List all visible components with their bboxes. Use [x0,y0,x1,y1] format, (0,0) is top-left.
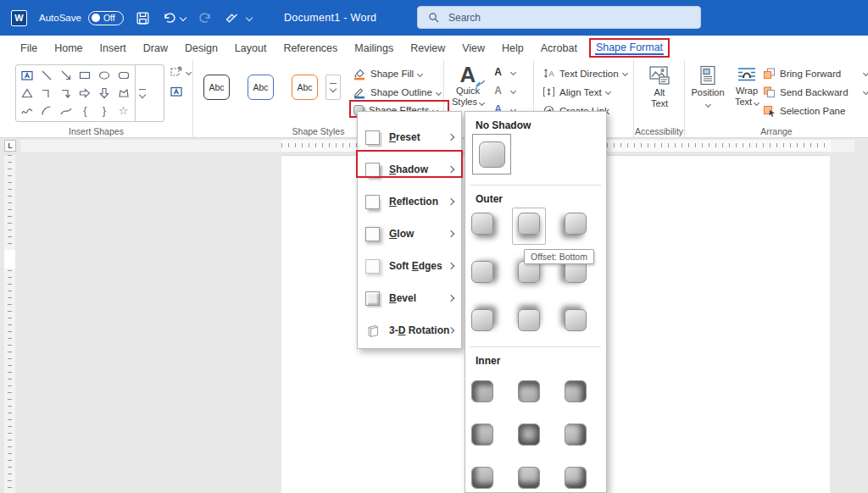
line-icon[interactable] [37,67,57,85]
undo-chevron-icon [180,14,186,21]
group-arrange: Position Wrap Text Bring Forward Send Ba… [685,60,868,138]
menu-item-reflection[interactable]: Reflection [358,186,461,218]
wrap-text-button[interactable]: Wrap Text [729,65,765,108]
text-outline-button[interactable]: A [492,86,515,96]
selection-pane-button[interactable]: Selection Pane [763,104,868,117]
alt-text-button[interactable]: Alt Text [641,65,678,109]
position-button[interactable]: Position [688,65,727,109]
glow-icon [365,227,380,241]
shape-outline-button[interactable]: Shape Outline [353,86,441,99]
autosave-toggle[interactable]: Off [88,11,124,25]
bring-forward-button[interactable]: Bring Forward [763,67,868,80]
menu-item-soft-edges[interactable]: Soft Edges [358,250,461,282]
chevron-down-icon [510,69,516,75]
tab-file[interactable]: File [12,39,46,58]
text-box-icon[interactable] [18,67,37,85]
tab-help[interactable]: Help [493,39,532,58]
word-logo-icon[interactable]: W [11,10,27,26]
elbow-connector-icon[interactable] [37,85,57,102]
shadow-option-offset-bottom-right[interactable] [471,213,493,235]
arc-icon[interactable] [37,102,57,119]
shadow-option-offset-bottom-left[interactable] [565,213,587,235]
shapes-gallery-more-button[interactable] [135,65,149,121]
menu-item-preset[interactable]: Preset [358,121,461,153]
tab-review[interactable]: Review [402,39,453,58]
elbow-arrow-connector-icon[interactable] [56,85,75,102]
titlebar: W AutoSave Off Document1 - Word [0,0,868,36]
text-outline-icon: A [492,86,504,96]
rounded-rectangle-icon[interactable] [114,67,133,85]
shadow-option-offset-top-left[interactable] [565,309,587,331]
tab-draw[interactable]: Draw [135,39,176,58]
tab-insert[interactable]: Insert [92,39,135,58]
menu-item-bevel[interactable]: Bevel [358,282,461,314]
menu-divider [470,346,601,347]
arrow-down-icon[interactable] [95,85,114,102]
shadow-option-inside-top-right[interactable] [565,380,587,402]
shadow-option-offset-top-right[interactable] [471,309,493,331]
shadow-option-inside-bottom-left[interactable] [471,467,493,489]
oval-icon[interactable] [95,67,114,85]
undo-icon [162,11,177,25]
shadow-option-offset-top[interactable] [518,309,540,331]
shadow-option-inside-bottom-right[interactable] [565,467,587,489]
tab-mailings[interactable]: Mailings [346,39,402,58]
tab-home[interactable]: Home [46,39,91,58]
shape-fill-button[interactable]: Shape Fill [353,67,422,80]
style-preview-label: Abc [253,82,268,92]
curve-icon[interactable] [56,102,75,119]
text-direction-label: Text Direction [559,69,619,79]
customize-toolbar-chevron-icon[interactable] [247,15,252,20]
draw-text-box-button[interactable] [170,85,191,98]
edit-shape-button[interactable] [170,65,191,79]
shadow-option-offset-bottom[interactable] [518,213,540,235]
bring-forward-label: Bring Forward [780,69,841,79]
quick-styles-button[interactable]: A Quick Styles [449,64,487,108]
arrow-icon[interactable] [56,67,75,85]
shadow-option-inside-top-left[interactable] [471,380,493,402]
search-box[interactable] [417,6,701,29]
tab-acrobat[interactable]: Acrobat [532,39,586,58]
shadow-option-inside-bottom[interactable] [518,467,540,489]
scribble-icon[interactable] [18,102,37,119]
star-icon[interactable]: ☆ [114,102,133,119]
tab-view[interactable]: View [453,39,493,58]
shadow-option-inside-left[interactable] [471,424,493,446]
freeform-icon[interactable] [114,85,133,102]
arrow-right-icon[interactable] [75,85,95,102]
triangle-icon[interactable] [18,85,37,102]
shape-style-preview-1[interactable]: Abc [203,75,230,100]
shape-style-preview-3[interactable]: Abc [292,75,318,100]
format-painter-button[interactable] [225,11,239,25]
shadow-option-inside-top[interactable] [518,380,540,402]
left-brace-icon[interactable]: { [75,102,95,119]
tab-shape-format[interactable]: Shape Format [589,38,670,58]
tab-layout[interactable]: Layout [226,39,275,58]
right-brace-icon[interactable]: } [95,102,114,119]
send-backward-button[interactable]: Send Backward [763,86,868,98]
tab-design[interactable]: Design [176,39,226,58]
selection-pane-label: Selection Pane [780,106,845,116]
menu-item-shadow[interactable]: Shadow [358,153,461,186]
shape-styles-more-button[interactable] [326,75,341,100]
undo-button[interactable] [162,11,186,25]
text-fill-button[interactable]: A [492,67,515,77]
text-direction-button[interactable]: A Text Direction [542,67,627,80]
tab-references[interactable]: References [275,39,346,58]
shadow-option-inside-right[interactable] [565,424,587,446]
align-text-button[interactable]: Align Text [542,86,610,98]
save-button[interactable] [136,11,150,25]
shape-effects-menu: Preset Shadow Reflection Glow Soft Edges… [357,111,462,349]
shadow-option-offset-right[interactable] [471,261,493,283]
shape-style-preview-2[interactable]: Abc [248,75,274,100]
redo-button[interactable] [198,11,213,25]
shadow-option-inside-center[interactable] [518,424,540,446]
search-input[interactable] [447,11,659,25]
rectangle-icon[interactable] [75,67,95,85]
menu-item-3d-rotation[interactable]: 3-D Rotation [358,314,461,346]
shadow-submenu: No Shadow Outer Offset: Bottom Inner [465,111,607,493]
tab-stop-selector[interactable]: L [4,140,16,152]
shadow-option-no-shadow[interactable] [472,134,511,174]
menu-item-glow[interactable]: Glow [358,218,461,250]
autosave-label: AutoSave [39,13,81,23]
